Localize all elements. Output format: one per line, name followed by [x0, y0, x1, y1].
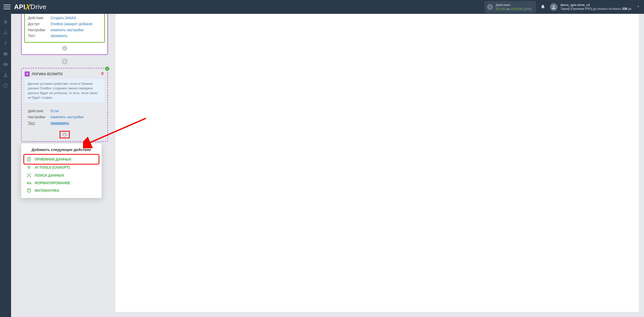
add-step-icon[interactable]: +	[62, 132, 67, 137]
popup-item-search[interactable]: ПОИСК ДАННЫХ	[25, 171, 98, 179]
calc-icon	[26, 188, 32, 193]
table-row: Тестпроверить	[28, 33, 101, 39]
svg-point-0	[553, 5, 555, 7]
add-step-highlight: +	[60, 131, 69, 138]
flow-column: ДействиеСоздать ЗАКАЗ ДоступOneBox (акка…	[21, 14, 108, 312]
svg-point-10	[28, 175, 30, 176]
scan-icon	[26, 173, 32, 178]
link[interactable]: проверить	[51, 33, 68, 39]
table-row: ДоступOneBox (аккаунт добавле	[28, 21, 101, 27]
menu-toggle[interactable]	[4, 4, 11, 11]
doc-plus-icon	[26, 157, 32, 162]
nav-billing[interactable]	[0, 38, 11, 49]
user-block[interactable]: demo_apix-drive_s3 Тариф |Премиум PRO| д…	[550, 3, 631, 11]
svg-rect-2	[4, 33, 5, 34]
popup-title: Добавить следующее действие	[25, 147, 98, 152]
topbar: API X Drive i Действия: 22'105 из 100'00…	[0, 0, 644, 14]
link[interactable]: изменить настройки	[51, 27, 84, 33]
step-number: 4	[25, 71, 30, 76]
step-card-prev-inner: ДействиеСоздать ЗАКАЗ ДоступOneBox (акка…	[24, 14, 105, 43]
link[interactable]: проверить	[51, 120, 69, 126]
popup-item-ai[interactable]: AI TOOLS (ChatGPT)	[25, 163, 98, 171]
nav-video[interactable]	[0, 59, 11, 70]
svg-rect-4	[7, 33, 7, 34]
svg-rect-11	[27, 189, 30, 192]
nav-briefcase[interactable]	[0, 49, 11, 59]
actions-numbers: 22'105 из 100'000(22%)	[496, 7, 532, 11]
actions-label: Действия:	[496, 3, 532, 7]
logic-description: Данное условие сработает, если в Приеме …	[25, 79, 104, 102]
logo-drive: Drive	[30, 3, 46, 11]
check-icon	[104, 66, 110, 71]
nav-home[interactable]	[0, 17, 11, 27]
info-icon: i	[487, 4, 493, 10]
table-row: ДействиеСоздать ЗАКАЗ	[28, 15, 101, 21]
main: ДействиеСоздать ЗАКАЗ ДоступOneBox (акка…	[11, 14, 644, 317]
table-row: Настройкиизменить настройки	[28, 114, 101, 120]
add-action-popup: Добавить следующее действие ПРИЕМНИК ДАН…	[21, 143, 102, 198]
svg-rect-3	[5, 33, 6, 34]
brain-icon	[26, 165, 32, 170]
table-row: Настройкиизменить настройки	[28, 27, 101, 33]
nav-help[interactable]	[0, 80, 11, 91]
format-icon: Aa	[26, 181, 32, 185]
table-row: Тестпроверить	[28, 120, 101, 126]
actions-counter[interactable]: i Действия: 22'105 из 100'000(22%)	[485, 1, 536, 13]
link[interactable]: изменить настройки	[51, 114, 84, 120]
svg-point-6	[5, 73, 7, 75]
left-rail	[0, 14, 11, 317]
user-tariff: Тариф |Премиум PRO| до оплаты осталось 3…	[560, 7, 631, 11]
svg-point-9	[28, 167, 30, 168]
step-card-prev: ДействиеСоздать ЗАКАЗ ДоступOneBox (акка…	[21, 14, 108, 55]
logic-card: 4 ЛОГИКА ЕСЛИ/ТО Данное условие сработае…	[21, 68, 108, 142]
add-step-between[interactable]: +	[62, 58, 68, 64]
logic-settings: ДействиеЕсли Настройкиизменить настройки…	[25, 105, 104, 129]
nav-account[interactable]	[0, 70, 11, 80]
link[interactable]: Если	[51, 108, 59, 114]
logo-api: API	[14, 3, 25, 11]
popup-item-format[interactable]: Aa ФОРМАТИРОВАНИЕ	[25, 179, 98, 186]
add-step-icon[interactable]: +	[62, 46, 67, 51]
popup-item-receiver[interactable]: ПРИЕМНИК ДАННЫХ	[25, 155, 98, 163]
logo[interactable]: API X Drive	[14, 3, 47, 11]
bell-icon[interactable]	[540, 4, 545, 10]
logic-title: ЛОГИКА ЕСЛИ/ТО	[32, 72, 63, 76]
table-row: ДействиеЕсли	[28, 108, 101, 114]
popup-item-math[interactable]: МАТЕМАТИКА	[25, 186, 98, 194]
logic-header: 4 ЛОГИКА ЕСЛИ/ТО	[25, 71, 104, 76]
avatar-icon	[550, 3, 557, 11]
nav-connections[interactable]	[0, 27, 11, 38]
chevron-down-icon[interactable]	[636, 4, 640, 10]
content-panel	[115, 14, 639, 312]
trash-icon[interactable]	[100, 71, 104, 76]
user-name: demo_apix-drive_s3	[560, 3, 631, 7]
svg-rect-1	[5, 31, 6, 31]
link[interactable]: OneBox (аккаунт добавле	[51, 21, 93, 27]
link[interactable]: Создать ЗАКАЗ	[51, 15, 76, 21]
